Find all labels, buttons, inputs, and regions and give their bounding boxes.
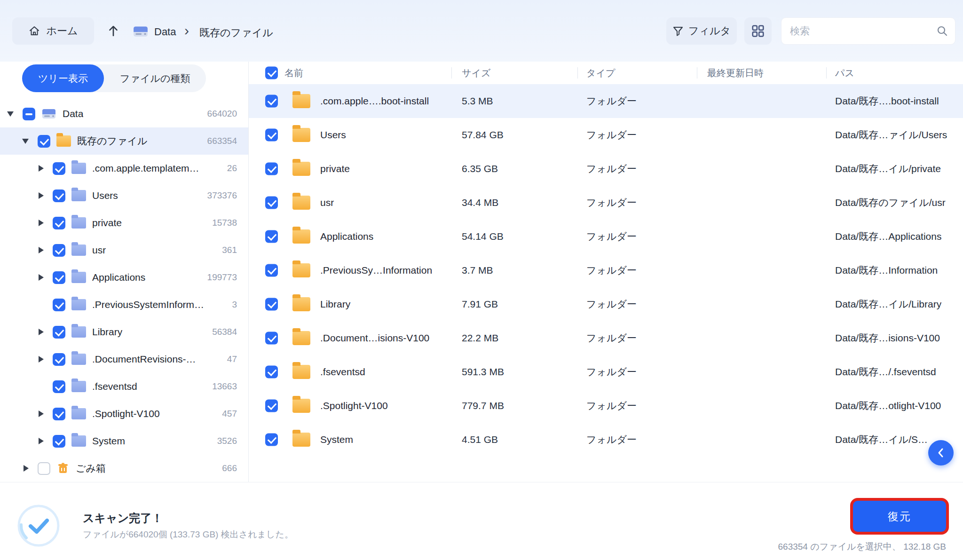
row-checkbox[interactable] <box>265 434 278 446</box>
tree-item-existing-files[interactable]: 既存のファイル 663354 <box>0 127 248 155</box>
row-checkbox[interactable] <box>265 332 278 345</box>
folder-icon <box>71 354 86 365</box>
tree-checkbox[interactable] <box>53 326 65 339</box>
tree-item-data[interactable]: Data 664020 <box>0 100 248 127</box>
header-size[interactable]: サイズ <box>462 67 490 79</box>
tree-checkbox[interactable] <box>53 189 65 202</box>
tree-item-label: Users <box>92 190 118 201</box>
search-input[interactable] <box>790 25 936 37</box>
row-checkbox[interactable] <box>265 264 278 277</box>
disclosure-closed-icon[interactable] <box>37 329 53 335</box>
file-type: フォルダー <box>586 95 637 108</box>
folder-icon <box>71 408 86 419</box>
disclosure-closed-icon[interactable] <box>22 465 38 472</box>
tree-item[interactable]: .Spotlight-V100 457 <box>0 400 248 427</box>
tree-checkbox[interactable] <box>53 299 65 311</box>
status-bar: スキャン完了！ ファイルが664020個 (133.73 GB) 検出されました… <box>0 482 963 560</box>
table-row[interactable]: Users 57.84 GB フォルダー Data/既存…ァイル/Users <box>249 118 963 152</box>
breadcrumb-folder[interactable]: 既存のファイル <box>199 26 273 40</box>
tree-checkbox[interactable] <box>38 135 50 148</box>
disclosure-closed-icon[interactable] <box>37 438 53 444</box>
disclosure-open-icon[interactable] <box>22 139 38 144</box>
tree-checkbox[interactable] <box>53 353 65 366</box>
tree-item[interactable]: usr 361 <box>0 237 248 264</box>
table-row[interactable]: usr 34.4 MB フォルダー Data/既存のファイル/usr <box>249 186 963 220</box>
disclosure-closed-icon[interactable] <box>37 220 53 226</box>
tree-item[interactable]: .DocumentRevisions-… 47 <box>0 346 248 373</box>
tree-item[interactable]: System 3526 <box>0 427 248 455</box>
disclosure-closed-icon[interactable] <box>37 274 53 281</box>
home-button-label: ホーム <box>46 24 78 38</box>
disclosure-closed-icon[interactable] <box>37 247 53 253</box>
disclosure-closed-icon[interactable] <box>37 165 53 172</box>
tab-tree-view[interactable]: ツリー表示 <box>22 64 104 92</box>
table-row[interactable]: .PreviousSy…Information 3.7 MB フォルダー Dat… <box>249 253 963 287</box>
folder-icon <box>292 229 310 244</box>
table-row[interactable]: .Spotlight-V100 779.7 MB フォルダー Data/既存…o… <box>249 389 963 423</box>
recover-button[interactable]: 復元 <box>853 501 946 532</box>
row-checkbox[interactable] <box>265 197 278 209</box>
file-type: フォルダー <box>586 162 637 175</box>
tree-item-trash[interactable]: ごみ箱 666 <box>0 455 248 482</box>
folder-icon <box>71 381 86 392</box>
tree-checkbox[interactable] <box>23 108 35 120</box>
disclosure-closed-icon[interactable] <box>37 410 53 417</box>
folder-icon <box>292 297 310 311</box>
tree-checkbox[interactable] <box>53 162 65 175</box>
disclosure-closed-icon[interactable] <box>37 192 53 199</box>
tree-item[interactable]: .com.apple.templatem… 26 <box>0 155 248 182</box>
tab-file-types[interactable]: ファイルの種類 <box>104 64 206 92</box>
view-mode-button[interactable] <box>744 17 772 45</box>
file-path: Data/既存…otlight-V100 <box>835 399 941 412</box>
filter-button[interactable]: フィルタ <box>666 17 737 45</box>
row-checkbox[interactable] <box>265 129 278 142</box>
row-checkbox[interactable] <box>265 366 278 379</box>
tree-item-label: .fseventsd <box>92 381 137 392</box>
table-header: 名前 サイズ タイプ 最終更新日時 パス <box>249 62 963 84</box>
up-directory-button[interactable] <box>106 24 120 38</box>
tree-item[interactable]: Applications 199773 <box>0 264 248 291</box>
table-row[interactable]: Library 7.91 GB フォルダー Data/既存…イル/Library <box>249 287 963 321</box>
tree-item-label: usr <box>92 245 106 256</box>
folder-icon <box>292 365 310 379</box>
tree-item[interactable]: Library 56384 <box>0 318 248 346</box>
header-modified[interactable]: 最終更新日時 <box>707 67 764 79</box>
file-name: .com.apple….boot-install <box>320 95 429 107</box>
row-checkbox[interactable] <box>265 400 278 412</box>
collapse-panel-button[interactable] <box>928 440 954 465</box>
tree-item[interactable]: Users 373376 <box>0 182 248 209</box>
disclosure-closed-icon[interactable] <box>37 356 53 363</box>
tree-item[interactable]: .fseventsd 13663 <box>0 373 248 400</box>
select-all-checkbox[interactable] <box>265 67 278 79</box>
tree-checkbox[interactable] <box>38 462 50 475</box>
table-row[interactable]: .com.apple….boot-install 5.3 MB フォルダー Da… <box>249 84 963 118</box>
row-checkbox[interactable] <box>265 95 278 108</box>
home-button[interactable]: ホーム <box>12 17 94 45</box>
file-path: Data/既存…ァイル/Users <box>835 128 947 142</box>
tree-checkbox[interactable] <box>53 435 65 448</box>
disclosure-open-icon[interactable] <box>7 111 23 117</box>
tree-item-label: Library <box>92 326 122 338</box>
tree-item[interactable]: .PreviousSystemInform… 3 <box>0 291 248 318</box>
table-row[interactable]: Applications 54.14 GB フォルダー Data/既存…Appl… <box>249 220 963 253</box>
search-icon[interactable] <box>936 25 948 37</box>
file-type: フォルダー <box>586 230 637 243</box>
row-checkbox[interactable] <box>265 163 278 175</box>
header-name[interactable]: 名前 <box>284 67 303 79</box>
table-row[interactable]: private 6.35 GB フォルダー Data/既存…イル/private <box>249 152 963 186</box>
header-type[interactable]: タイプ <box>586 67 615 79</box>
breadcrumb-drive[interactable]: Data <box>154 26 176 38</box>
tree-checkbox[interactable] <box>53 408 65 420</box>
row-checkbox[interactable] <box>265 230 278 243</box>
table-row[interactable]: .Document…isions-V100 22.2 MB フォルダー Data… <box>249 321 963 355</box>
header-path[interactable]: パス <box>835 67 854 79</box>
tree-checkbox[interactable] <box>53 380 65 393</box>
folder-icon <box>71 272 86 283</box>
table-row[interactable]: .fseventsd 591.3 MB フォルダー Data/既存…/.fsev… <box>249 355 963 389</box>
table-row[interactable]: System 4.51 GB フォルダー Data/既存…イル/S… <box>249 423 963 457</box>
tree-item[interactable]: private 15738 <box>0 209 248 237</box>
tree-checkbox[interactable] <box>53 271 65 284</box>
row-checkbox[interactable] <box>265 298 278 311</box>
tree-checkbox[interactable] <box>53 244 65 257</box>
tree-checkbox[interactable] <box>53 217 65 229</box>
